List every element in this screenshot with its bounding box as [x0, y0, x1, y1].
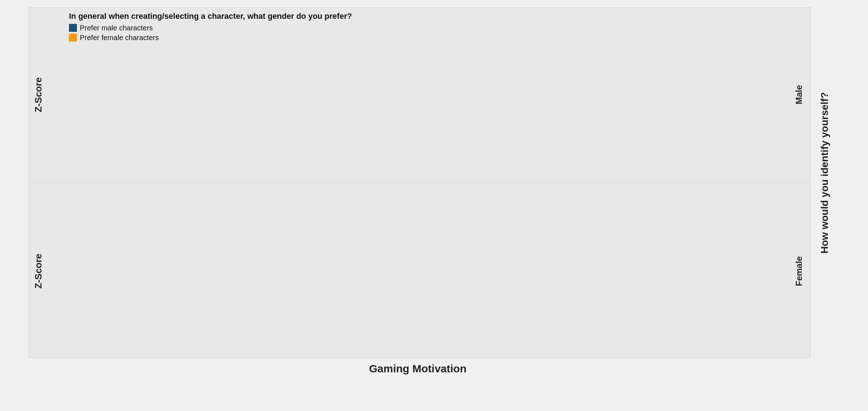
right-label: How would you identify yourself? [819, 92, 830, 253]
svg-rect-152 [329, 257, 346, 298]
y-axis-label-bottom: Z-Score [29, 185, 47, 360]
chart-container: Z-Score In general when creating/selecti… [0, 0, 868, 411]
panel-bottom-right-label: Female [788, 185, 810, 360]
svg-rect-0 [69, 24, 77, 32]
panel-top-right-label: Male [788, 8, 810, 183]
left-area: Z-Score In general when creating/selecti… [29, 7, 810, 375]
legend-title: In general when creating/selecting a cha… [69, 11, 352, 22]
legend-swatch-female [69, 34, 77, 42]
svg-text:-1.0: -1.0 [45, 321, 56, 329]
svg-rect-188 [569, 215, 585, 257]
right-label-area: How would you identify yourself? [810, 7, 839, 375]
legend-item-female: Prefer female characters [69, 34, 352, 42]
panel-bottom: Z-Score -1.0-.5.0.5CommunityCompetitionD… [29, 185, 810, 360]
svg-text:.0: .0 [51, 94, 56, 101]
svg-rect-206 [689, 220, 705, 257]
panels-wrapper: Z-Score In general when creating/selecti… [29, 7, 839, 375]
legend-label-female: Prefer female characters [80, 34, 159, 42]
y-axis-label-top: Z-Score [29, 8, 47, 183]
panel-top: Z-Score In general when creating/selecti… [29, 7, 810, 184]
svg-rect-148 [310, 257, 326, 291]
chart-area-top: In general when creating/selecting a cha… [47, 8, 788, 183]
svg-text:.5: .5 [51, 219, 56, 227]
legend-item-male: Prefer male characters [69, 24, 352, 32]
bottom-area: Gaming Motivation [29, 361, 810, 376]
chart-area-bottom: -1.0-.5.0.5CommunityCompetitionDestructi… [47, 185, 788, 360]
legend-box: In general when creating/selecting a cha… [69, 11, 352, 43]
svg-text:-.5: -.5 [49, 150, 56, 157]
x-axis-label: Gaming Motivation [369, 364, 466, 376]
svg-rect-1 [69, 34, 77, 42]
svg-rect-125 [149, 257, 166, 298]
legend-swatch-male [69, 24, 77, 32]
svg-text:.0: .0 [51, 253, 56, 261]
legend-label-male: Prefer male characters [80, 24, 153, 32]
svg-text:-.5: -.5 [49, 287, 56, 295]
